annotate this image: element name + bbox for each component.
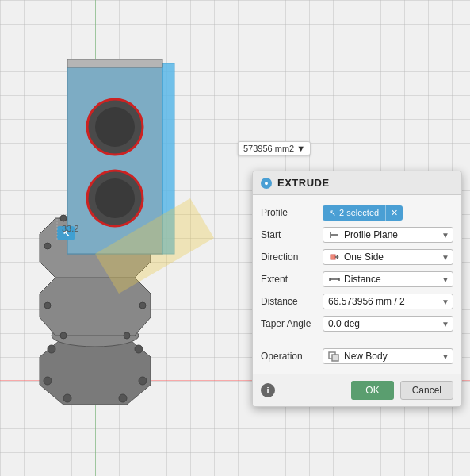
dialog-row-extent: Extent Distance ▼ xyxy=(253,268,461,290)
start-label: Start xyxy=(261,229,323,240)
svg-point-12 xyxy=(44,243,51,249)
svg-point-2 xyxy=(48,345,55,353)
dialog-title: EXTRUDE xyxy=(277,177,330,189)
cancel-button[interactable]: Cancel xyxy=(400,381,453,400)
taper-control[interactable]: 0.0 deg ▼ xyxy=(323,316,453,332)
direction-icon xyxy=(328,252,341,262)
start-dropdown-arrow: ▼ xyxy=(441,231,449,240)
svg-point-4 xyxy=(44,377,52,385)
svg-text:33.2: 33.2 xyxy=(62,224,78,233)
dialog-row-distance: Distance 66.573956 mm / 2 ▼ xyxy=(253,290,461,313)
extent-dropdown-arrow: ▼ xyxy=(441,275,449,284)
extent-label: Extent xyxy=(261,274,323,285)
direction-dropdown-arrow: ▼ xyxy=(441,253,449,262)
svg-rect-43 xyxy=(332,355,338,361)
dialog-header: ● EXTRUDE xyxy=(253,171,461,195)
ok-button[interactable]: OK xyxy=(351,381,393,400)
new-body-icon xyxy=(328,351,341,361)
operation-label: Operation xyxy=(261,351,323,362)
taper-dropdown[interactable]: 0.0 deg ▼ xyxy=(323,316,453,332)
operation-control[interactable]: New Body ▼ xyxy=(323,348,453,364)
cursor-icon: ↖ xyxy=(329,208,336,218)
svg-point-25 xyxy=(95,107,135,147)
profile-control: ↖ 2 selected ✕ xyxy=(323,205,453,221)
direction-label: Direction xyxy=(261,251,323,263)
extent-icon xyxy=(328,274,341,284)
profile-selected-button[interactable]: ↖ 2 selected xyxy=(323,205,385,221)
svg-point-3 xyxy=(135,345,143,353)
svg-point-7 xyxy=(119,394,127,402)
start-dropdown[interactable]: Profile Plane ▼ xyxy=(323,227,453,243)
svg-point-16 xyxy=(60,215,67,221)
taper-dropdown-arrow: ▼ xyxy=(441,320,449,328)
distance-dropdown[interactable]: 66.573956 mm / 2 ▼ xyxy=(323,294,453,309)
profile-label: Profile xyxy=(261,207,323,218)
distance-dropdown-arrow: ▼ xyxy=(441,298,449,306)
extent-control[interactable]: Distance ▼ xyxy=(323,271,453,287)
operation-dropdown[interactable]: New Body ▼ xyxy=(323,348,453,364)
svg-point-5 xyxy=(139,377,147,385)
svg-point-6 xyxy=(63,394,71,402)
direction-dropdown[interactable]: One Side ▼ xyxy=(323,249,453,265)
dialog-footer: i OK Cancel xyxy=(253,374,461,406)
dialog-row-taper: Taper Angle 0.0 deg ▼ xyxy=(253,313,461,335)
distance-label: Distance xyxy=(261,296,323,307)
dialog-header-icon: ● xyxy=(261,178,272,189)
svg-point-19 xyxy=(124,332,130,339)
measurement-label[interactable]: 573956 mm2 ▼ xyxy=(238,141,311,155)
start-icon xyxy=(328,230,341,240)
dialog-divider xyxy=(261,340,453,340)
info-button[interactable]: i xyxy=(261,383,275,397)
svg-marker-0 xyxy=(40,337,151,405)
distance-control[interactable]: 66.573956 mm / 2 ▼ xyxy=(323,294,453,309)
dialog-row-profile: Profile ↖ 2 selected ✕ xyxy=(253,202,461,224)
svg-point-15 xyxy=(139,302,146,309)
svg-point-27 xyxy=(95,178,135,218)
dialog-body: Profile ↖ 2 selected ✕ Start xyxy=(253,195,461,374)
extent-dropdown[interactable]: Distance ▼ xyxy=(323,271,453,287)
extrude-dialog: ● EXTRUDE Profile ↖ 2 selected ✕ Start xyxy=(252,171,462,407)
svg-marker-10 xyxy=(40,278,151,336)
profile-clear-button[interactable]: ✕ xyxy=(385,205,403,221)
footer-buttons: OK Cancel xyxy=(351,381,453,400)
start-control[interactable]: Profile Plane ▼ xyxy=(323,227,453,243)
dialog-row-operation: Operation New Body ▼ xyxy=(253,345,461,367)
svg-point-14 xyxy=(44,302,51,309)
taper-label: Taper Angle xyxy=(261,318,323,329)
svg-rect-35 xyxy=(331,255,335,259)
operation-dropdown-arrow: ▼ xyxy=(441,352,449,361)
svg-rect-23 xyxy=(67,60,162,67)
dialog-row-start: Start Profile Plane ▼ xyxy=(253,224,461,246)
direction-control[interactable]: One Side ▼ xyxy=(323,249,453,265)
dialog-row-direction: Direction One Side ▼ xyxy=(253,246,461,268)
svg-point-18 xyxy=(60,332,67,339)
3d-model: ↖ 33.2 xyxy=(16,24,269,444)
